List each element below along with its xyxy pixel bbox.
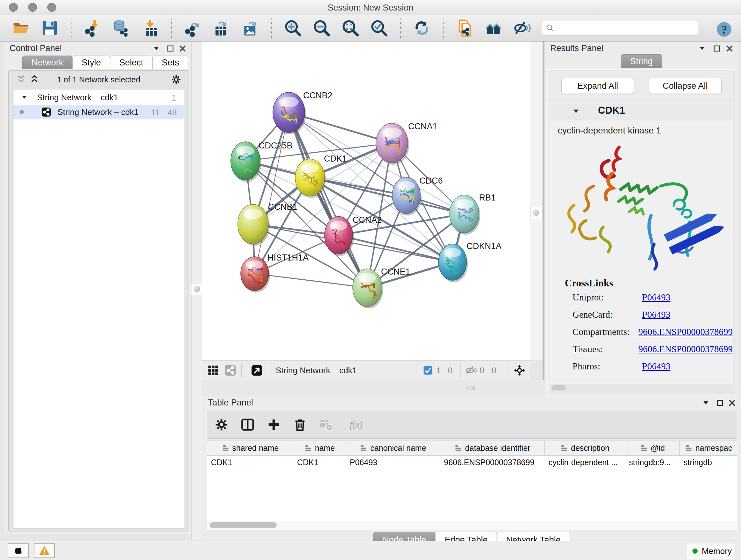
collection-expander-icon[interactable] — [20, 94, 28, 101]
table-hscrollbar[interactable] — [207, 521, 737, 530]
export-network-icon[interactable] — [184, 19, 202, 37]
table-row[interactable]: CDK1CDK1P064939606.ENSP00000378699cyclin… — [207, 455, 737, 470]
pan-mode-icon[interactable] — [513, 364, 526, 377]
network-row[interactable]: String Network – cdk1 11 48 — [13, 105, 184, 119]
export-table-icon[interactable] — [212, 19, 230, 37]
column-header-database-identifier[interactable]: database identifier — [440, 441, 545, 455]
table-cell[interactable]: stringdb — [680, 455, 737, 470]
save-icon[interactable] — [41, 19, 59, 37]
tab-select[interactable]: Select — [110, 56, 152, 69]
search-box[interactable] — [542, 21, 698, 36]
network-edge[interactable] — [339, 235, 453, 262]
network-graph[interactable]: CCNB2CCNA1CDC25BCDK1CDC6RB1CCNB1CCNA2CDK… — [202, 42, 530, 360]
column-header--id[interactable]: @id — [625, 441, 680, 455]
zoom-fit-icon[interactable] — [341, 19, 359, 37]
left-splitter-knob[interactable] — [191, 283, 203, 295]
cdk1-section-header[interactable]: CDK1 — [550, 102, 733, 120]
trash-icon[interactable] — [293, 417, 307, 432]
network-node-CDC6[interactable] — [392, 177, 421, 215]
collapse-all-button[interactable]: Collapse All — [649, 78, 722, 94]
network-options-gear-icon[interactable] — [171, 74, 182, 85]
results-panel-menu-icon[interactable] — [697, 44, 706, 53]
network-edge[interactable] — [255, 112, 289, 273]
crosslink-value[interactable]: P06493 — [642, 292, 670, 303]
network-edge[interactable] — [255, 273, 367, 288]
table-cell[interactable]: P06493 — [346, 455, 440, 470]
results-panel-float-icon[interactable] — [712, 44, 721, 53]
left-splitter[interactable] — [192, 42, 203, 540]
column-header-namespac[interactable]: namespac — [680, 441, 737, 455]
birdseye-view-icon[interactable] — [251, 364, 263, 377]
table-panel-close-icon[interactable] — [728, 398, 737, 408]
right-splitter[interactable] — [530, 42, 542, 360]
control-panel-menu-icon[interactable] — [152, 44, 161, 53]
table-panel-menu-icon[interactable] — [701, 398, 711, 408]
network-node-CCNE1[interactable] — [353, 269, 383, 308]
cloud-button[interactable] — [8, 543, 29, 558]
import-table-icon[interactable] — [141, 19, 159, 37]
zoom-selected-icon[interactable] — [370, 19, 388, 37]
status-bar: Memory — [0, 541, 741, 560]
results-scrollbar[interactable] — [550, 384, 733, 392]
control-panel-close-icon[interactable] — [178, 44, 187, 53]
search-input[interactable] — [555, 21, 698, 35]
crosslink-value[interactable]: 9606.ENSP00000378699 — [638, 327, 733, 337]
apply-layout-icon[interactable] — [413, 19, 431, 37]
control-panel-float-icon[interactable] — [166, 44, 175, 53]
network-node-CCNA1[interactable] — [376, 123, 409, 165]
cdk1-expander-icon[interactable] — [571, 107, 581, 116]
tab-string[interactable]: String — [621, 54, 662, 68]
column-header-description[interactable]: description — [545, 441, 625, 455]
splitter-handle[interactable] — [466, 386, 475, 390]
table-panel-float-icon[interactable] — [716, 398, 724, 408]
export-image-icon[interactable] — [241, 19, 259, 37]
columns-icon[interactable] — [240, 417, 255, 432]
network-node-RB1[interactable] — [450, 195, 480, 235]
gear-icon[interactable] — [214, 417, 229, 432]
network-node-CCNB1[interactable] — [238, 204, 270, 246]
table-cell[interactable]: cyclin-dependent ... — [545, 455, 625, 470]
clone-network-icon[interactable] — [456, 19, 474, 37]
expand-all-button[interactable]: Expand All — [561, 78, 634, 94]
network-node-CCNA2[interactable] — [325, 216, 354, 256]
network-node-CDKN1A[interactable] — [439, 244, 468, 282]
column-header-shared-name[interactable]: shared name — [207, 441, 293, 455]
import-database-icon[interactable] — [112, 19, 130, 37]
network-node-CDK1[interactable] — [295, 159, 326, 198]
table-cell[interactable]: CDK1 — [293, 455, 346, 470]
memory-button[interactable]: Memory — [687, 543, 736, 559]
table-cell[interactable]: CDK1 — [207, 455, 293, 470]
crosslink-value[interactable]: 9606.ENSP00000378699 — [638, 344, 733, 354]
column-header-canonical-name[interactable]: canonical name — [346, 441, 440, 455]
add-icon[interactable] — [266, 417, 281, 432]
tab-style[interactable]: Style — [72, 56, 110, 69]
warnings-button[interactable] — [34, 543, 55, 558]
network-canvas[interactable]: CCNB2CCNA1CDC25BCDK1CDC6RB1CCNB1CCNA2CDK… — [202, 42, 530, 360]
zoom-out-icon[interactable] — [313, 19, 331, 37]
first-neighbors-icon[interactable] — [484, 19, 502, 37]
grid-view-icon[interactable] — [207, 364, 219, 377]
table-cell[interactable]: stringdb:9... — [625, 455, 680, 470]
network-view-icon[interactable] — [224, 364, 237, 377]
network-node-HIST1H1A[interactable] — [241, 257, 270, 293]
zoom-in-icon[interactable] — [284, 19, 302, 37]
hide-selected-icon[interactable] — [513, 19, 531, 37]
network-label: String Network – cdk1 — [57, 107, 138, 117]
help-icon[interactable]: ? — [716, 21, 732, 37]
selected-nodes-checkbox-icon[interactable] — [422, 365, 433, 376]
tab-network[interactable]: Network — [22, 56, 72, 69]
tab-sets[interactable]: Sets — [152, 56, 188, 69]
column-header-name[interactable]: name — [293, 441, 346, 455]
network-collection-row[interactable]: String Network – cdk1 1 — [13, 90, 184, 105]
import-network-icon[interactable] — [84, 19, 102, 37]
results-panel-close-icon[interactable] — [725, 44, 734, 53]
open-file-icon[interactable] — [12, 19, 30, 37]
results-scrollbar-thumb[interactable] — [551, 385, 565, 390]
table-cell[interactable]: 9606.ENSP00000378699 — [440, 455, 545, 470]
right-splitter-knob[interactable] — [530, 207, 542, 219]
table-hscrollbar-thumb[interactable] — [210, 522, 277, 528]
crosslink-value[interactable]: P06493 — [642, 309, 670, 320]
hidden-items-icon[interactable] — [465, 364, 477, 376]
crosslink-value[interactable]: P06493 — [642, 361, 670, 372]
network-node-CCNB2[interactable] — [273, 92, 306, 134]
